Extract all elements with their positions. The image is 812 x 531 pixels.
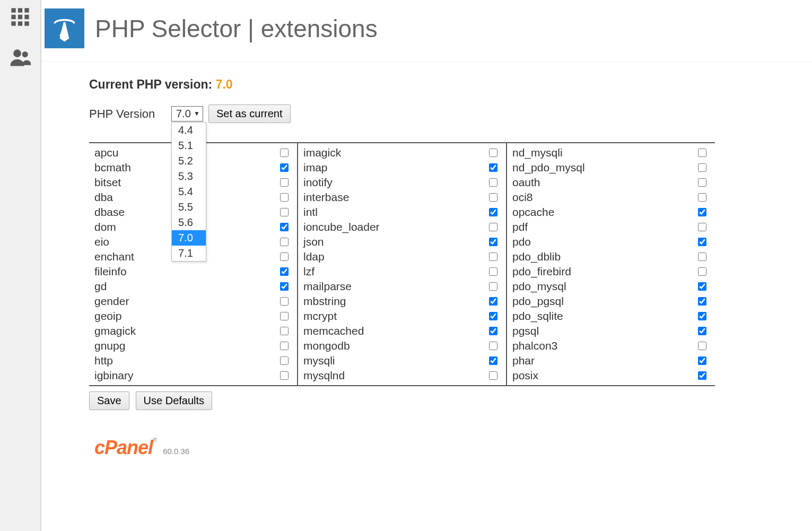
php-version-option[interactable]: 5.1 [172, 138, 206, 153]
extension-row: pdo_pgsql [507, 294, 715, 309]
use-defaults-button[interactable]: Use Defaults [136, 391, 213, 410]
extension-checkbox[interactable] [280, 297, 289, 306]
php-version-option[interactable]: 5.3 [172, 169, 206, 184]
page-header: PHP Selector | extensions [41, 0, 812, 62]
php-version-option[interactable]: 5.5 [172, 199, 206, 215]
extension-checkbox[interactable] [698, 223, 706, 231]
extension-checkbox[interactable] [280, 371, 289, 380]
extension-checkbox[interactable] [698, 267, 706, 276]
extension-checkbox[interactable] [698, 149, 706, 157]
extension-label: pdo_pgsql [512, 295, 564, 308]
extension-checkbox[interactable] [489, 238, 497, 246]
extension-label: mysqlnd [303, 369, 345, 382]
php-version-option[interactable]: 5.6 [172, 215, 206, 230]
php-version-option[interactable]: 5.2 [172, 153, 206, 169]
save-button[interactable]: Save [89, 391, 129, 410]
extension-checkbox[interactable] [280, 208, 289, 216]
extension-checkbox[interactable] [280, 163, 289, 172]
extension-row: pdo_dblib [507, 249, 715, 264]
extension-checkbox[interactable] [489, 163, 497, 172]
extension-checkbox[interactable] [489, 223, 497, 231]
users-icon[interactable] [8, 46, 32, 69]
extension-label: dba [94, 191, 113, 204]
extension-checkbox[interactable] [489, 297, 497, 306]
php-version-option[interactable]: 4.4 [172, 123, 206, 138]
extension-label: phalcon3 [512, 340, 557, 352]
extension-label: oci8 [512, 191, 533, 204]
extension-label: json [303, 236, 324, 248]
extension-checkbox[interactable] [489, 327, 497, 335]
extension-checkbox[interactable] [280, 356, 289, 365]
extension-checkbox[interactable] [698, 297, 706, 306]
extension-checkbox[interactable] [489, 312, 497, 320]
extension-row: pdo_sqlite [507, 309, 715, 324]
extension-checkbox[interactable] [698, 327, 706, 335]
extension-row: gnupg [89, 338, 297, 353]
current-php-version-line: Current PHP version: 7.0 [89, 77, 812, 92]
extension-checkbox[interactable] [698, 178, 706, 187]
php-version-option[interactable]: 5.4 [172, 184, 206, 199]
extension-label: oauth [512, 176, 540, 189]
extension-checkbox[interactable] [489, 149, 497, 157]
extension-row: ioncube_loader [298, 220, 506, 234]
extension-checkbox[interactable] [698, 193, 706, 202]
extension-checkbox[interactable] [698, 356, 706, 365]
extension-row: posix [507, 368, 715, 383]
extension-checkbox[interactable] [698, 342, 706, 350]
extension-checkbox[interactable] [698, 253, 706, 261]
extension-checkbox[interactable] [698, 163, 706, 172]
extension-label: nd_pdo_mysql [512, 161, 585, 174]
svg-rect-0 [11, 8, 15, 12]
footer: cPanel® 60.0.36 [89, 437, 812, 459]
extension-label: imap [303, 161, 328, 174]
extension-checkbox[interactable] [280, 149, 289, 157]
extension-label: imagick [303, 146, 341, 159]
set-as-current-button[interactable]: Set as current [208, 105, 291, 123]
extension-checkbox[interactable] [489, 193, 497, 202]
extension-label: intl [303, 206, 318, 219]
extension-checkbox[interactable] [280, 253, 289, 261]
extension-label: mbstring [303, 295, 346, 308]
extension-checkbox[interactable] [280, 178, 289, 187]
php-version-option[interactable]: 7.1 [172, 246, 206, 261]
php-version-option[interactable]: 7.0 [172, 230, 206, 246]
extension-checkbox[interactable] [489, 356, 497, 365]
extension-label: igbinary [94, 369, 134, 382]
extension-checkbox[interactable] [698, 371, 706, 380]
cpanel-version: 60.0.36 [163, 447, 189, 456]
extension-checkbox[interactable] [489, 253, 497, 261]
extension-checkbox[interactable] [280, 327, 289, 335]
extension-checkbox[interactable] [280, 312, 289, 320]
svg-rect-6 [11, 21, 15, 25]
extension-checkbox[interactable] [489, 267, 497, 276]
php-version-dropdown[interactable]: 4.45.15.25.35.45.55.67.07.1 [171, 122, 206, 262]
extension-label: dom [94, 221, 116, 233]
extension-checkbox[interactable] [489, 178, 497, 187]
extension-checkbox[interactable] [489, 282, 497, 291]
extension-row: inotify [298, 175, 506, 190]
apps-grid-icon[interactable] [10, 6, 31, 28]
extension-checkbox[interactable] [698, 312, 706, 320]
extension-checkbox[interactable] [698, 238, 706, 246]
extension-row: pdo_firebird [507, 264, 715, 279]
extension-checkbox[interactable] [280, 238, 289, 246]
extension-checkbox[interactable] [698, 208, 706, 216]
extension-checkbox[interactable] [489, 371, 497, 380]
extension-label: mysqli [303, 354, 335, 367]
php-version-select[interactable]: 7.0 [171, 106, 203, 121]
extension-checkbox[interactable] [280, 223, 289, 231]
extension-checkbox[interactable] [280, 193, 289, 202]
extension-checkbox[interactable] [489, 208, 497, 216]
extension-row: nd_mysqli [507, 145, 715, 160]
extension-label: pdo_firebird [512, 265, 571, 278]
extension-row: oauth [507, 175, 715, 190]
current-version-label: Current PHP version: [89, 77, 212, 91]
extension-checkbox[interactable] [280, 282, 289, 291]
extension-checkbox[interactable] [698, 282, 706, 291]
extension-label: dbase [94, 206, 125, 219]
extension-checkbox[interactable] [280, 267, 289, 276]
extension-row: mysqlnd [298, 368, 506, 383]
extension-checkbox[interactable] [489, 342, 497, 350]
extension-checkbox[interactable] [280, 342, 289, 350]
extension-label: opcache [512, 206, 554, 219]
